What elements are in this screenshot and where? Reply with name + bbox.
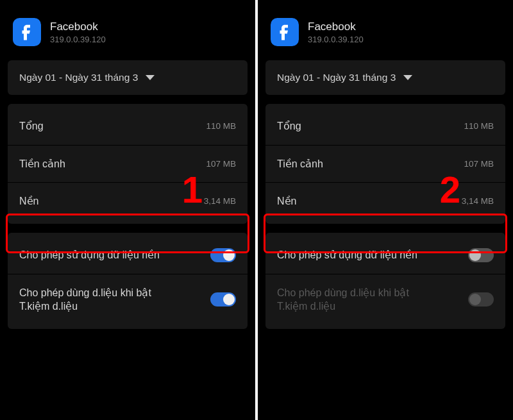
stat-row-foreground: Tiền cảnh 107 MB	[265, 146, 505, 183]
stat-value: 107 MB	[206, 159, 236, 169]
toggle-allow-bg[interactable]	[468, 248, 494, 262]
chevron-down-icon	[403, 75, 412, 80]
app-header: Facebook 319.0.0.39.120	[258, 0, 513, 55]
toggles-card: Cho phép sử dụng dữ liệu nền Cho phép dù…	[265, 233, 505, 329]
toggle-row-allow-bg: Cho phép sử dụng dữ liệu nền	[8, 237, 248, 274]
stat-value: 3,14 MB	[204, 196, 236, 206]
stat-row-background: Nền 3,14 MB	[265, 183, 505, 220]
data-usage-card: Tổng 110 MB Tiền cảnh 107 MB Nền 3,14 MB	[8, 104, 248, 224]
toggle-row-allow-saver: Cho phép dùng d.liệu khi bật T.kiệm d.li…	[265, 274, 505, 325]
toggle-row-allow-bg: Cho phép sử dụng dữ liệu nền	[265, 237, 505, 274]
screen-right: Facebook 319.0.0.39.120 Ngày 01 - Ngày 3…	[258, 0, 513, 420]
stat-label: Tổng	[19, 119, 44, 133]
toggle-label: Cho phép sử dụng dữ liệu nền	[19, 248, 160, 262]
app-version: 319.0.0.39.120	[50, 35, 106, 44]
date-range-selector[interactable]: Ngày 01 - Ngày 31 tháng 3	[8, 60, 248, 95]
data-usage-card: Tổng 110 MB Tiền cảnh 107 MB Nền 3,14 MB	[265, 104, 505, 224]
toggle-allow-saver	[468, 292, 494, 307]
stat-row-total: Tổng 110 MB	[8, 108, 248, 146]
app-version: 319.0.0.39.120	[308, 35, 364, 44]
toggle-row-allow-saver: Cho phép dùng d.liệu khi bật T.kiệm d.li…	[8, 274, 248, 325]
step-number-2: 2	[440, 168, 460, 211]
date-range-text: Ngày 01 - Ngày 31 tháng 3	[277, 72, 396, 83]
stat-row-foreground: Tiền cảnh 107 MB	[8, 146, 248, 183]
toggle-label: Cho phép dùng d.liệu khi bật T.kiệm d.li…	[19, 286, 182, 314]
toggle-allow-saver[interactable]	[210, 292, 236, 307]
stat-value: 3,14 MB	[462, 196, 494, 206]
step-number-1: 1	[182, 168, 203, 211]
stat-label: Tiền cảnh	[19, 157, 65, 171]
app-name: Facebook	[308, 20, 364, 34]
toggle-allow-bg[interactable]	[210, 248, 236, 262]
stat-row-total: Tổng 110 MB	[265, 108, 505, 146]
toggle-label: Cho phép dùng d.liệu khi bật T.kiệm d.li…	[277, 286, 440, 314]
stat-label: Nền	[19, 194, 38, 208]
stat-label: Tiền cảnh	[277, 157, 323, 171]
stat-row-background: Nền 3,14 MB	[8, 183, 248, 220]
stat-label: Nền	[277, 194, 296, 208]
app-title-block: Facebook 319.0.0.39.120	[308, 20, 364, 44]
toggles-card: Cho phép sử dụng dữ liệu nền Cho phép dù…	[8, 233, 248, 329]
stat-value: 107 MB	[464, 159, 494, 169]
facebook-icon	[13, 18, 41, 46]
screen-left: Facebook 319.0.0.39.120 Ngày 01 - Ngày 3…	[0, 0, 255, 420]
app-header: Facebook 319.0.0.39.120	[0, 0, 255, 55]
date-range-selector[interactable]: Ngày 01 - Ngày 31 tháng 3	[265, 60, 505, 95]
toggle-label: Cho phép sử dụng dữ liệu nền	[277, 248, 417, 262]
date-range-text: Ngày 01 - Ngày 31 tháng 3	[19, 72, 138, 83]
app-title-block: Facebook 319.0.0.39.120	[50, 20, 106, 44]
stat-value: 110 MB	[464, 121, 494, 131]
stat-value: 110 MB	[206, 121, 236, 131]
facebook-icon	[271, 18, 299, 46]
stat-label: Tổng	[277, 119, 301, 133]
app-name: Facebook	[50, 20, 106, 34]
chevron-down-icon	[146, 75, 155, 80]
